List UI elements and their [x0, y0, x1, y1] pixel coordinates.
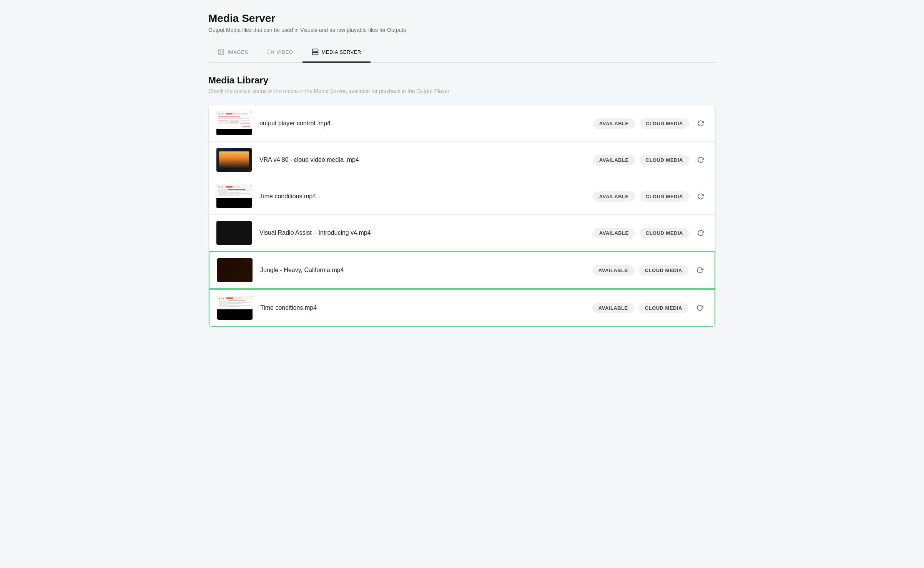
page-title: Media Server: [208, 12, 716, 25]
dot-green: [222, 113, 223, 115]
tab-media-server[interactable]: MEDIA SERVER: [302, 42, 371, 63]
refresh-icon: [697, 120, 704, 127]
server-icon: [312, 48, 319, 55]
cloud-badge: CLOUD MEDIA: [640, 228, 689, 238]
ui-cell: [229, 121, 239, 123]
media-thumbnail: [216, 184, 252, 208]
tab-indicator: [233, 113, 240, 115]
video-icon: [267, 48, 274, 55]
tab-indicator: [226, 113, 233, 115]
ui-cell: [218, 123, 228, 124]
cloud-badge: CLOUD MEDIA: [639, 303, 688, 313]
svg-rect-3: [267, 50, 271, 54]
tab-indicator: [226, 186, 233, 188]
media-item-highlighted: Time conditions.mp4 AVAILABLE CLOUD MEDI…: [209, 289, 715, 327]
page-header: Media Server Output Media files that can…: [208, 12, 716, 33]
refresh-button[interactable]: [693, 301, 707, 315]
refresh-button[interactable]: [694, 226, 708, 240]
dot-red: [218, 186, 219, 188]
image-icon: [218, 48, 224, 55]
media-name: Jungle - Heavy, California.mp4: [260, 267, 592, 274]
media-item: output player control .mp4 AVAILABLE CLO…: [209, 105, 715, 142]
media-list: output player control .mp4 AVAILABLE CLO…: [208, 105, 716, 327]
tab-video-label: VIDEO: [277, 49, 293, 55]
refresh-icon: [697, 229, 704, 236]
media-item: VRA v4 80 - cloud video media .mp4 AVAIL…: [209, 142, 715, 178]
status-badge: AVAILABLE: [592, 303, 634, 313]
tab-indicator: [233, 186, 240, 188]
status-badge: AVAILABLE: [593, 118, 635, 129]
ui-row: [228, 305, 251, 306]
media-thumbnail: [216, 111, 252, 135]
ui-row: [228, 189, 245, 190]
ui-row: [228, 190, 250, 191]
dot-green: [223, 298, 224, 299]
tab-images-label: IMAGES: [228, 49, 248, 55]
media-actions: AVAILABLE CLOUD MEDIA: [593, 116, 708, 130]
ui-cell: [218, 120, 228, 121]
ui-row: [228, 192, 241, 193]
page-subtitle: Output Media files that can be used in V…: [208, 27, 716, 33]
tabs-container: IMAGES VIDEO MEDIA SERVER: [208, 42, 716, 63]
thumbnail-visual: [219, 151, 249, 168]
dot-yellow: [220, 113, 221, 115]
cloud-badge: CLOUD MEDIA: [640, 191, 689, 202]
ui-cell: [218, 121, 228, 123]
ui-row: [228, 306, 239, 307]
tab-video[interactable]: VIDEO: [258, 42, 302, 63]
library-subtitle: Check the current status of the media in…: [208, 88, 716, 94]
media-thumbnail: [216, 148, 252, 172]
refresh-icon: [697, 193, 704, 200]
cloud-badge: CLOUD MEDIA: [639, 265, 688, 276]
media-name: Visual Radio Assist – Introducing v4.mp4: [259, 229, 593, 236]
svg-marker-2: [271, 50, 273, 53]
media-actions: AVAILABLE CLOUD MEDIA: [593, 226, 708, 240]
tab-indicator: [234, 297, 241, 299]
media-actions: AVAILABLE CLOUD MEDIA: [593, 189, 708, 203]
ui-row: [218, 118, 250, 119]
library-title: Media Library: [208, 75, 716, 86]
refresh-button[interactable]: [694, 116, 708, 130]
cloud-badge: CLOUD MEDIA: [640, 118, 689, 129]
refresh-icon: [697, 156, 704, 163]
dot-yellow: [220, 186, 221, 188]
refresh-button[interactable]: [694, 153, 708, 167]
tab-images[interactable]: IMAGES: [208, 42, 258, 63]
dot-green: [222, 186, 223, 188]
media-thumbnail: [217, 258, 253, 282]
dot-red: [219, 298, 220, 299]
media-actions: AVAILABLE CLOUD MEDIA: [592, 263, 707, 277]
media-item: Visual Radio Assist – Introducing v4.mp4…: [209, 215, 715, 251]
svg-rect-5: [312, 53, 318, 55]
ui-cell: [240, 121, 250, 123]
ui-cell: [240, 120, 250, 121]
svg-rect-4: [312, 49, 318, 51]
ui-row: [228, 193, 250, 194]
ui-cell: [240, 123, 250, 124]
media-item: Time conditions.mp4 AVAILABLE CLOUD MEDI…: [209, 178, 715, 215]
status-badge: AVAILABLE: [593, 155, 635, 165]
ui-row: [228, 301, 246, 301]
refresh-icon: [696, 267, 703, 274]
media-name: VRA v4 80 - cloud video media .mp4: [259, 156, 593, 163]
media-actions: AVAILABLE CLOUD MEDIA: [593, 153, 708, 167]
tab-indicator: [226, 297, 233, 299]
section-header: Media Library Check the current status o…: [208, 75, 716, 94]
media-item-highlighted: Jungle - Heavy, California.mp4 AVAILABLE…: [209, 251, 715, 289]
media-name: Time conditions.mp4: [260, 304, 592, 311]
dot-yellow: [221, 298, 222, 299]
refresh-button[interactable]: [693, 263, 707, 277]
media-actions: AVAILABLE CLOUD MEDIA: [592, 301, 707, 315]
ui-row: [228, 302, 251, 303]
media-thumbnail: [216, 221, 252, 245]
svg-point-1: [219, 50, 220, 51]
ui-row: [218, 116, 240, 117]
refresh-icon: [696, 304, 703, 311]
media-name: Time conditions.mp4: [259, 193, 593, 200]
dot-red: [218, 113, 219, 115]
tab-media-server-label: MEDIA SERVER: [322, 49, 361, 55]
cloud-badge: CLOUD MEDIA: [640, 155, 689, 165]
status-badge: AVAILABLE: [593, 191, 635, 202]
refresh-button[interactable]: [694, 189, 708, 203]
ui-row: [228, 303, 242, 304]
